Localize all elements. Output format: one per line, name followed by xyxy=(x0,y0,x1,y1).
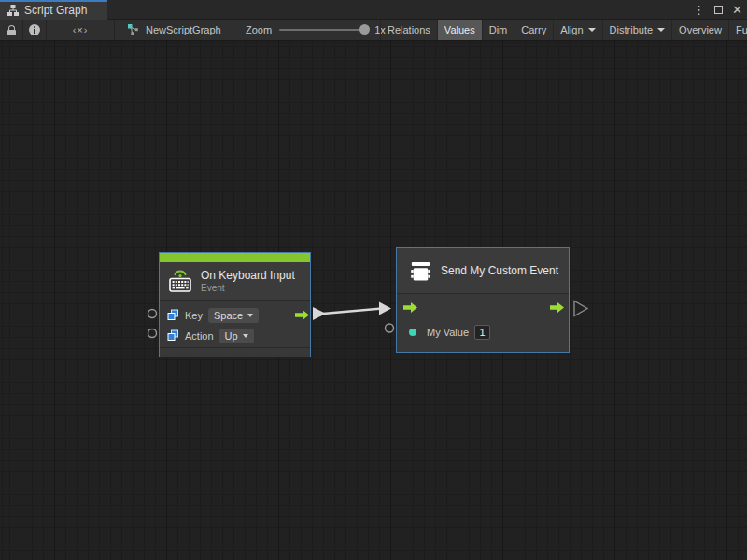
node-title: On Keyboard Input xyxy=(201,269,295,283)
lock-button[interactable] xyxy=(0,20,23,40)
value-type-dot-icon xyxy=(409,329,416,336)
node-ports: My Value 1 xyxy=(397,293,569,343)
key-port-label: Key xyxy=(185,310,203,321)
info-button[interactable] xyxy=(23,20,47,40)
tab-script-graph[interactable]: Script Graph xyxy=(0,0,107,20)
chevron-down-icon xyxy=(247,314,253,317)
zoom-label: Zoom xyxy=(246,24,272,35)
code-view-icon: ‹×› xyxy=(73,24,89,35)
lock-icon xyxy=(7,30,16,35)
zoom-slider-track[interactable] xyxy=(279,29,368,31)
connections-overlay xyxy=(0,41,747,560)
relations-button[interactable]: Relations xyxy=(380,20,437,40)
node-footer xyxy=(397,343,569,352)
enum-type-icon xyxy=(167,329,179,342)
port-key-input-circle[interactable] xyxy=(148,310,157,318)
key-dropdown-value: Space xyxy=(214,310,243,321)
script-graph-window: Script Graph ⋮ ✕ ‹×› NewScriptGraph xyxy=(0,0,747,560)
chevron-down-icon xyxy=(588,28,596,32)
my-value-input[interactable]: 1 xyxy=(474,325,490,340)
zoom-control: Zoom 1x xyxy=(246,20,386,40)
node-on-keyboard-input[interactable]: On Keyboard Input Event Key Space xyxy=(159,252,311,357)
graph-canvas[interactable]: On Keyboard Input Event Key Space xyxy=(0,41,747,560)
my-value-port-row: My Value 1 xyxy=(409,322,490,342)
graph-asset-icon xyxy=(127,23,140,36)
node-title: Send My Custom Event xyxy=(441,264,558,278)
script-graph-icon xyxy=(7,5,19,16)
enum-type-icon xyxy=(167,309,179,321)
keyboard-input-icon xyxy=(167,269,193,293)
node-subtitle: Event xyxy=(201,283,295,294)
node-footer xyxy=(160,347,310,357)
graph-asset-reference[interactable]: NewScriptGraph xyxy=(127,20,221,40)
overview-button[interactable]: Overview xyxy=(671,20,728,40)
distribute-button-label: Distribute xyxy=(610,24,653,35)
my-value-label: My Value xyxy=(427,327,469,338)
action-dropdown[interactable]: Up xyxy=(219,329,254,343)
connection-wire-start-arrow xyxy=(313,307,326,320)
key-port-row: Key Space xyxy=(167,305,259,325)
carry-button[interactable]: Carry xyxy=(514,20,553,40)
connection-wire[interactable] xyxy=(323,309,382,315)
custom-event-icon xyxy=(409,259,432,283)
node-title-block: On Keyboard Input Event xyxy=(201,269,295,294)
zoom-slider[interactable] xyxy=(279,20,368,40)
values-button[interactable]: Values xyxy=(437,20,482,40)
graph-name-label: NewScriptGraph xyxy=(146,24,221,35)
close-icon[interactable]: ✕ xyxy=(732,4,742,16)
window-menu-icon[interactable]: ⋮ xyxy=(693,4,705,16)
align-button-label: Align xyxy=(560,24,583,35)
dim-button[interactable]: Dim xyxy=(482,20,514,40)
port-my-value-input-circle[interactable] xyxy=(386,324,394,332)
align-button[interactable]: Align xyxy=(553,20,601,40)
trigger-output-arrow-icon[interactable] xyxy=(549,301,565,314)
connection-wire-end-arrow xyxy=(379,302,391,315)
trigger-output-arrow-icon[interactable] xyxy=(294,309,310,321)
action-port-label: Action xyxy=(185,330,214,342)
zoom-slider-handle[interactable] xyxy=(359,24,370,35)
fullscreen-button[interactable]: Full Screen xyxy=(728,20,747,40)
distribute-button[interactable]: Distribute xyxy=(602,20,671,40)
toolbar-buttons: Relations Values Dim Carry Align Distrib… xyxy=(380,20,747,40)
event-accent-bar xyxy=(160,253,310,262)
trigger-input-arrow-icon[interactable] xyxy=(402,301,418,314)
node-header[interactable]: Send My Custom Event xyxy=(397,248,569,293)
key-dropdown[interactable]: Space xyxy=(208,308,259,323)
graph-toolbar: ‹×› NewScriptGraph Zoom 1x Relations Val… xyxy=(0,20,747,41)
chevron-down-icon xyxy=(243,334,248,338)
action-dropdown-value: Up xyxy=(225,330,238,342)
port-action-input-circle[interactable] xyxy=(148,329,157,338)
window-tab-bar: Script Graph ⋮ ✕ xyxy=(0,0,747,20)
window-controls: ⋮ ✕ xyxy=(693,0,742,20)
action-port-row: Action Up xyxy=(167,326,254,345)
chevron-down-icon xyxy=(657,28,665,32)
node-ports: Key Space Action Up xyxy=(160,300,310,347)
node-header[interactable]: On Keyboard Input Event xyxy=(160,262,310,300)
code-view-button[interactable]: ‹×› xyxy=(47,20,115,40)
tab-title: Script Graph xyxy=(24,4,87,17)
active-tab-accent xyxy=(0,0,107,2)
node-send-my-custom-event[interactable]: Send My Custom Event My Value 1 xyxy=(396,247,570,353)
maximize-icon[interactable] xyxy=(714,6,723,14)
info-icon xyxy=(29,24,40,35)
port-trigger-output-triangle[interactable] xyxy=(574,301,587,316)
